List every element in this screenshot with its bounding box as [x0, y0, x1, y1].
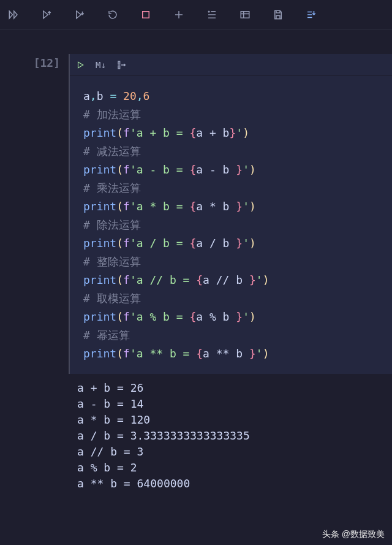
variables-icon[interactable]: [238, 7, 252, 22]
execution-count: [12]: [0, 54, 69, 69]
code-editor[interactable]: a,b = 20,6 # 加法运算 print(f'a + b = {a + b…: [70, 76, 392, 374]
restart-icon[interactable]: [105, 7, 120, 22]
fast-forward-icon[interactable]: [6, 7, 21, 22]
cell-output: a + b = 26 a - b = 14 a * b = 120 a / b …: [0, 374, 392, 492]
play-up-icon[interactable]: [39, 7, 54, 22]
markdown-button[interactable]: M↓: [96, 60, 106, 70]
save-icon[interactable]: [271, 7, 285, 22]
run-cell-button[interactable]: [76, 61, 85, 69]
code-cell: [12] M↓ a,b = 20,6 # 加法运算 print(f'a + b …: [0, 54, 392, 374]
clear-icon[interactable]: [205, 7, 219, 22]
notebook-content: [12] M↓ a,b = 20,6 # 加法运算 print(f'a + b …: [0, 29, 392, 492]
play-down-icon[interactable]: [72, 7, 87, 22]
add-icon[interactable]: [172, 7, 186, 22]
notebook-toolbar: [0, 0, 392, 29]
svg-rect-1: [241, 11, 249, 18]
svg-rect-0: [143, 11, 149, 18]
svg-rect-2: [118, 61, 120, 64]
watermark: 头条 @数据致美: [322, 529, 385, 540]
split-cell-button[interactable]: [117, 60, 127, 70]
stop-icon[interactable]: [138, 7, 153, 22]
svg-rect-3: [118, 66, 120, 69]
cell-body: M↓ a,b = 20,6 # 加法运算 print(f'a + b = {a …: [69, 54, 392, 374]
export-icon[interactable]: [304, 7, 318, 22]
cell-toolbar: M↓: [70, 54, 392, 76]
